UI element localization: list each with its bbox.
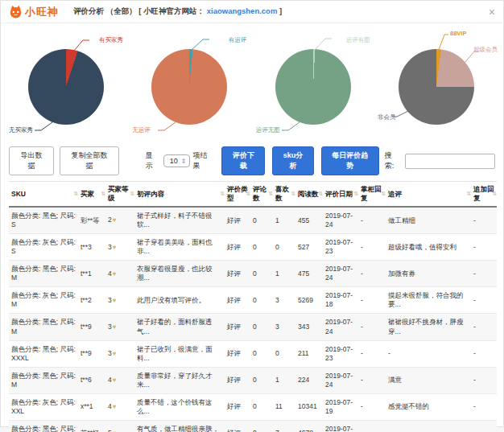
heart-icon: ♥: [113, 350, 117, 357]
sku-analysis-button[interactable]: sku分析: [272, 146, 313, 175]
logo-mascot-icon: [9, 5, 23, 19]
col-date[interactable]: 评价日期⇅: [323, 182, 358, 208]
shop-reply-cell: -: [358, 393, 386, 420]
shop-reply-cell: -: [358, 420, 386, 432]
reads-count-cell: 343: [295, 314, 323, 340]
review-download-button[interactable]: 评价下载: [221, 146, 265, 175]
review-date-cell: 2019-07-23: [323, 234, 358, 261]
search-label: 搜索:: [385, 150, 401, 171]
export-data-button[interactable]: 导出数据: [9, 146, 54, 175]
buyer-level-cell: 3♥: [105, 340, 134, 367]
table-row[interactable]: 颜色分类: 黑色; 尺码: S 彩**等 2♥ 裙子式样好，料子不错很软... …: [9, 207, 497, 234]
buyer-cell: t**1: [78, 261, 105, 287]
review-content-cell: 此用户没有填写评价。: [134, 287, 225, 314]
search-input[interactable]: [405, 154, 495, 169]
review-date-cell: 2019-07-20: [323, 420, 358, 432]
review-type-cell: 好评: [225, 207, 250, 234]
reads-count-cell: 527: [295, 234, 323, 261]
review-type-cell: 好评: [225, 340, 250, 367]
pie-label: 追评有图: [346, 36, 370, 44]
likes-count-cell: 3: [273, 287, 295, 314]
col-likes[interactable]: 喜欢数⇅: [273, 182, 295, 208]
sku-cell: 颜色分类: 灰色; 尺码: S: [9, 234, 78, 261]
col-shop-reply[interactable]: 掌柜回复⇅: [358, 182, 386, 208]
review-type-cell: 好评: [225, 420, 250, 432]
follow-review-cell: 超级好看哦，值得安利: [386, 234, 471, 261]
review-content-cell: 裙子好看的，面料舒服透气...: [134, 314, 225, 340]
buyer-level-cell: 4♥: [105, 261, 134, 287]
review-date-cell: 2019-07-18: [323, 287, 358, 314]
pie-chart-follow-image: 追评有图 追评无图: [253, 28, 375, 142]
shop-reply-cell: -: [358, 234, 386, 261]
leader-lines: [253, 28, 375, 142]
review-date-cell: 2019-07-23: [323, 340, 358, 367]
page-size-suffix: 项结果: [193, 150, 215, 171]
buyer-level-cell: 4♥: [105, 393, 134, 420]
likes-count-cell: 0: [273, 340, 295, 367]
col-comments[interactable]: 评论数⇅: [250, 182, 273, 208]
follow-reply-cell: -: [471, 261, 497, 287]
col-review-type[interactable]: 评价类型⇅: [225, 182, 250, 208]
col-follow-reply[interactable]: 追加回复⇅: [471, 182, 497, 208]
buyer-cell: 苏**忆: [78, 420, 105, 432]
col-sku[interactable]: SKU⇅: [9, 182, 78, 208]
buyer-level-cell: 3♥: [105, 287, 134, 314]
table-row[interactable]: 颜色分类: 黑色; 尺码: M t**6 4♥ 质量非常好，穿了好久才来... …: [9, 367, 497, 393]
col-reads[interactable]: 阅读数⇅: [295, 182, 323, 208]
col-buyer[interactable]: 买家⇅: [78, 182, 105, 208]
buyer-level-cell: 3♥: [105, 234, 134, 261]
page-size-group: 显示 10 ⇕ 项结果: [146, 150, 215, 171]
heart-icon: ♥: [113, 323, 117, 331]
table-row[interactable]: 颜色分类: 灰色; 尺码: S t**3 3♥ 裙子穿着美美哒，面料也非... …: [9, 234, 497, 261]
table-row[interactable]: 颜色分类: 黑色; 尺码: XXXL t**9 3♥ 裙子已收到，很满意，面料.…: [9, 340, 497, 367]
pie-label: 88VIP: [450, 30, 466, 37]
table-row[interactable]: 颜色分类: 黑色; 尺码: M t**9 3♥ 裙子好看的，面料舒服透气... …: [9, 314, 497, 340]
leader-lines: [6, 28, 128, 142]
table-row[interactable]: 颜色分类: 黑色; 尺码: M t**1 4♥ 衣服穿着很显瘦，也比较潮... …: [9, 261, 497, 287]
table-row[interactable]: 颜色分类: 灰色; 尺码: M t**2 3♥ 此用户没有填写评价。 好评 0 …: [9, 287, 497, 314]
follow-reply-cell: -: [471, 367, 497, 393]
review-type-cell: 好评: [225, 367, 250, 393]
pie-chart-member-type: 88VIP 超级会员 非会员: [376, 28, 498, 142]
col-follow-review[interactable]: 追评⇅: [386, 182, 471, 208]
review-content-cell: 裙子已收到，很满意，面料...: [134, 340, 225, 367]
review-content-cell: 质量非常好，穿了好久才来...: [134, 367, 225, 393]
review-date-cell: 2019-07-24: [323, 314, 358, 340]
col-review[interactable]: 初评内容⇅: [134, 182, 225, 208]
heart-icon: ♥: [113, 270, 117, 278]
close-icon[interactable]: ×: [489, 6, 495, 18]
official-site-link[interactable]: xiaowangshen.com: [207, 6, 278, 15]
review-content-cell: 有气质，做工精细很亲肤，料...: [134, 420, 225, 432]
table-row[interactable]: 颜色分类: 灰色; 尺码: XXL x**1 4♥ 质量不错，这个价钱有这么..…: [9, 393, 497, 420]
buyer-cell: t**9: [78, 314, 105, 340]
buyer-cell: t**9: [78, 340, 105, 367]
comments-count-cell: 0: [250, 340, 273, 367]
review-content-cell: 裙子式样好，料子不错很软...: [134, 207, 225, 234]
reads-count-cell: 4678: [295, 420, 323, 432]
page-size-select[interactable]: 10 ⇕: [163, 154, 190, 167]
pie-label: 无买家秀: [9, 126, 33, 134]
comments-count-cell: 0: [250, 287, 273, 314]
leader-lines: [129, 28, 251, 142]
buyer-cell: t**2: [78, 287, 105, 314]
follow-reply-cell: -: [471, 340, 497, 367]
sort-icon[interactable]: ⇅: [492, 191, 497, 198]
copy-all-data-button[interactable]: 复制全部数据: [60, 146, 119, 175]
pie-label: 有追评: [229, 36, 247, 44]
pie-chart-buyer-show: 有买家秀 无买家秀: [6, 28, 128, 142]
review-date-cell: 2019-07-24: [323, 367, 358, 393]
review-analysis-window: 小旺神 评价分析 （全部） [ 小旺神官方网站： xiaowangshen.co…: [0, 0, 504, 427]
col-buyer-level[interactable]: 买家等级⇅: [105, 182, 134, 208]
likes-count-cell: 11: [273, 393, 295, 420]
buyer-level-cell: 3♥: [105, 314, 134, 340]
comments-count-cell: 0: [250, 367, 273, 393]
logo: 小旺神: [9, 5, 59, 19]
reads-count-cell: 455: [295, 207, 323, 234]
daily-trend-button[interactable]: 每日评价趋势: [321, 146, 379, 175]
table-row[interactable]: 颜色分类: 黑色; 尺码: L 苏**忆 5♥ 有气质，做工精细很亲肤，料...…: [9, 420, 497, 432]
pie-label: 有买家秀: [99, 36, 123, 44]
likes-count-cell: 1: [273, 261, 295, 287]
pie-label: 非会员: [378, 113, 396, 121]
review-date-cell: 2019-07-24: [323, 261, 358, 287]
follow-review-cell: 满意: [386, 367, 471, 393]
